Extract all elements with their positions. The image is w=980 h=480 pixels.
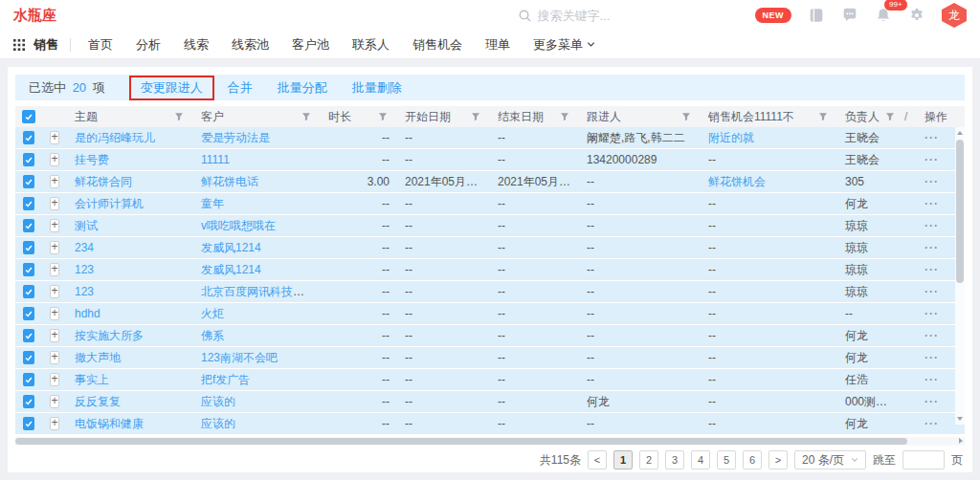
row-actions-button[interactable]: ··· — [924, 219, 939, 232]
row-actions-button[interactable]: ··· — [924, 153, 939, 166]
row-actions-button[interactable]: ··· — [924, 285, 939, 298]
page-number-button[interactable]: 5 — [717, 450, 736, 469]
filter-funnel-icon[interactable] — [818, 112, 828, 121]
row-checkbox[interactable] — [23, 285, 34, 298]
batch-assign-button[interactable]: 批量分配 — [278, 79, 327, 97]
prev-page-button[interactable]: < — [588, 450, 607, 469]
page-number-button[interactable]: 1 — [613, 450, 633, 469]
vertical-scrollbar-thumb[interactable] — [956, 140, 964, 283]
subject-link[interactable]: 撒大声地 — [75, 351, 121, 364]
column-header[interactable]: 销售机会11111不 — [701, 106, 837, 127]
subject-link[interactable]: 123 — [75, 263, 94, 276]
customer-link[interactable]: 123南湖不会吧 — [201, 351, 278, 364]
scroll-down-arrow-icon[interactable] — [957, 417, 963, 421]
nav-item[interactable]: 分析 — [136, 36, 161, 54]
customer-link[interactable]: v哦吃哦想哦在 — [201, 219, 276, 232]
row-actions-button[interactable]: ··· — [924, 131, 939, 144]
row-checkbox[interactable] — [23, 417, 34, 430]
opportunity-link[interactable]: 附近的就 — [708, 131, 754, 144]
opportunity-link[interactable]: -- — [708, 373, 716, 386]
row-actions-button[interactable]: ··· — [924, 263, 939, 276]
row-checkbox[interactable] — [23, 241, 34, 254]
filter-funnel-icon[interactable] — [471, 112, 480, 121]
customer-link[interactable]: 应该的 — [201, 395, 235, 408]
row-checkbox[interactable] — [23, 263, 34, 276]
row-checkbox[interactable] — [23, 373, 34, 386]
row-checkbox[interactable] — [23, 153, 34, 166]
page-number-button[interactable]: 2 — [639, 450, 658, 469]
opportunity-link[interactable]: -- — [708, 329, 716, 342]
row-expand-button[interactable]: + — [50, 285, 59, 298]
filter-funnel-icon[interactable] — [174, 112, 184, 121]
row-expand-button[interactable]: + — [50, 373, 59, 386]
filter-funnel-icon[interactable] — [885, 112, 895, 121]
next-page-button[interactable]: > — [768, 450, 788, 469]
filter-funnel-icon[interactable] — [378, 112, 388, 121]
customer-link[interactable]: 发威风1214 — [201, 263, 261, 276]
opportunity-link[interactable]: -- — [708, 307, 716, 320]
notifications-button[interactable]: 99+ — [875, 7, 892, 24]
chat-icon[interactable] — [841, 7, 858, 24]
row-expand-button[interactable]: + — [50, 307, 59, 320]
user-avatar[interactable]: 龙 — [942, 3, 967, 28]
row-checkbox[interactable] — [23, 307, 34, 320]
row-actions-button[interactable]: ··· — [924, 241, 939, 254]
customer-link[interactable]: 童年 — [201, 197, 224, 210]
row-expand-button[interactable]: + — [50, 153, 59, 166]
column-header[interactable]: 负责人 — [837, 106, 904, 127]
subject-link[interactable]: 挂号费 — [75, 153, 109, 166]
customer-link[interactable]: 11111 — [201, 153, 230, 166]
nav-more-menu[interactable]: 更多菜单 — [533, 36, 595, 54]
jump-page-input[interactable] — [902, 450, 945, 469]
customer-link[interactable]: 爱是劳动法是 — [201, 131, 270, 144]
nav-item[interactable]: 线索池 — [232, 36, 269, 54]
row-checkbox[interactable] — [23, 219, 34, 232]
horizontal-scrollbar-thumb[interactable] — [15, 438, 907, 445]
column-header[interactable]: 开始日期 — [397, 106, 490, 127]
column-header[interactable]: 时长 — [321, 106, 397, 127]
customer-link[interactable]: 发威风1214 — [201, 241, 261, 254]
scroll-up-arrow-icon[interactable] — [957, 131, 963, 135]
opportunity-link[interactable]: -- — [708, 351, 716, 364]
row-actions-button[interactable]: ··· — [924, 417, 939, 430]
notebook-icon[interactable] — [808, 7, 825, 24]
row-actions-button[interactable]: ··· — [924, 307, 939, 320]
apps-grid-icon[interactable] — [13, 39, 25, 51]
subject-link[interactable]: 234 — [75, 241, 94, 254]
filter-funnel-icon[interactable] — [681, 112, 691, 121]
nav-item[interactable]: 理单 — [485, 36, 510, 54]
settings-gear-icon[interactable] — [908, 7, 925, 24]
opportunity-link[interactable]: -- — [708, 285, 716, 298]
nav-item[interactable]: 线索 — [184, 36, 209, 54]
row-actions-button[interactable]: ··· — [924, 373, 939, 386]
subject-link[interactable]: 鲜花饼合同 — [75, 175, 132, 188]
row-checkbox[interactable] — [23, 395, 34, 408]
customer-link[interactable]: 火炬 — [201, 307, 224, 320]
row-expand-button[interactable]: + — [50, 175, 59, 188]
module-title[interactable]: 销售 — [33, 36, 58, 54]
select-all-checkbox[interactable] — [22, 110, 35, 123]
row-checkbox[interactable] — [23, 131, 34, 144]
global-search[interactable] — [518, 9, 681, 23]
filter-funnel-icon[interactable] — [301, 112, 311, 121]
filter-funnel-icon[interactable] — [560, 112, 569, 121]
vertical-scrollbar[interactable] — [955, 127, 965, 425]
opportunity-link[interactable]: -- — [708, 197, 716, 210]
subject-link[interactable]: 会计师计算机 — [75, 197, 144, 210]
opportunity-link[interactable]: -- — [708, 417, 716, 430]
subject-link[interactable]: 事实上 — [75, 373, 109, 386]
subject-link[interactable]: 按实施大所多 — [75, 329, 144, 342]
opportunity-link[interactable]: -- — [708, 263, 716, 276]
nav-item[interactable]: 客户池 — [292, 36, 329, 54]
column-header[interactable]: 跟进人 — [579, 106, 701, 127]
column-header[interactable]: 客户 — [193, 106, 321, 127]
row-actions-button[interactable]: ··· — [924, 395, 939, 408]
scroll-right-arrow-icon[interactable] — [959, 438, 963, 444]
nav-item[interactable]: 销售机会 — [412, 36, 462, 54]
row-actions-button[interactable]: ··· — [924, 175, 939, 188]
row-checkbox[interactable] — [23, 197, 34, 210]
row-expand-button[interactable]: + — [50, 329, 59, 342]
change-follower-button[interactable]: 变更跟进人 — [141, 80, 203, 95]
customer-link[interactable]: 鲜花饼电话 — [201, 175, 258, 188]
row-expand-button[interactable]: + — [50, 131, 59, 144]
